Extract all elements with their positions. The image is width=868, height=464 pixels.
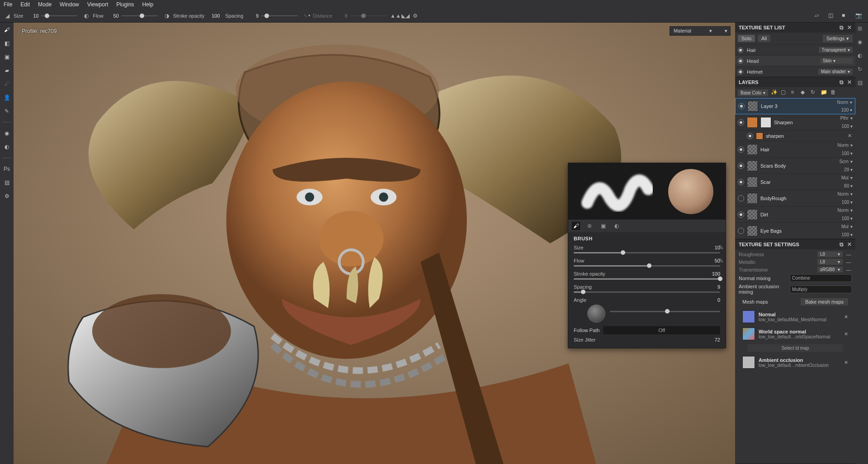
solo-button[interactable]: Solo xyxy=(738,35,755,42)
texture-set-row[interactable]: Head Skin▾ xyxy=(735,55,855,66)
bake-mesh-maps-button[interactable]: Bake mesh maps xyxy=(801,298,848,305)
layer-thumbnail[interactable] xyxy=(760,117,771,128)
brush-spacing-value[interactable]: 9 xyxy=(717,284,720,290)
flow-value[interactable]: 50 xyxy=(106,13,119,19)
brush-angle-dial[interactable] xyxy=(587,305,605,323)
menu-help[interactable]: Help xyxy=(142,1,154,8)
layer-thumbnail[interactable] xyxy=(747,225,758,236)
chevron-down-icon[interactable]: ▾ xyxy=(850,100,852,105)
shader-select[interactable]: Skin▾ xyxy=(820,58,853,64)
brush-size-slider[interactable] xyxy=(574,252,720,253)
remove-channel-icon[interactable]: — xyxy=(845,252,852,257)
texture-settings-dropdown[interactable]: Settings▾ xyxy=(823,35,853,42)
chevron-down-icon[interactable]: ▾ xyxy=(850,224,853,229)
symmetry-y-icon[interactable]: ◣◢ xyxy=(402,12,409,19)
chevron-down-icon[interactable]: ▾ xyxy=(850,143,853,148)
perspective-icon[interactable]: ▱ xyxy=(815,12,824,19)
pressure-icon[interactable]: ✎ xyxy=(718,244,724,251)
remove-icon[interactable]: ✕ xyxy=(844,360,848,366)
tab-viewer-icon[interactable]: ◉ xyxy=(858,39,866,47)
clone-tool-icon[interactable]: 👤 xyxy=(2,93,11,102)
layer-row[interactable]: Dirt Norm▾ 100 ▾ xyxy=(735,206,855,223)
add-layer-icon[interactable]: ≡ xyxy=(791,89,798,96)
picker-tool-icon[interactable]: ✎ xyxy=(2,107,11,116)
panel-close-icon[interactable]: ✕ xyxy=(847,24,852,31)
chevron-down-icon[interactable]: ▾ xyxy=(850,200,853,205)
brush-tab-stencil-icon[interactable]: ▣ xyxy=(599,222,607,230)
folder-icon[interactable]: 📁 xyxy=(821,89,828,96)
layer-visibility-icon[interactable] xyxy=(738,103,745,109)
visibility-toggle[interactable] xyxy=(738,58,743,64)
menu-file[interactable]: File xyxy=(4,1,12,8)
effect-name[interactable]: sharpen xyxy=(766,133,853,139)
layer-opacity[interactable]: 100 xyxy=(841,108,849,112)
select-id-map-button[interactable]: Select id map xyxy=(748,344,843,352)
menu-viewport[interactable]: Viewport xyxy=(87,1,108,8)
eraser-tool-icon[interactable]: ◧ xyxy=(2,39,11,48)
blend-mode[interactable]: Norm xyxy=(837,100,848,105)
brush-angle-value[interactable]: 0 xyxy=(717,297,720,303)
blend-mode[interactable]: Norm xyxy=(838,208,849,213)
layer-opacity[interactable]: 100 xyxy=(842,232,849,237)
camera-icon[interactable]: ■ xyxy=(842,12,851,19)
tab-history-icon[interactable]: ↻ xyxy=(858,66,866,74)
channel-format-select[interactable]: L8▾ xyxy=(817,259,843,265)
layer-visibility-icon[interactable] xyxy=(738,146,744,153)
close-icon[interactable]: ✕ xyxy=(848,133,852,139)
layer-thumbnail[interactable] xyxy=(747,144,758,155)
cube-icon[interactable]: ◫ xyxy=(828,12,837,19)
channel-format-select[interactable]: L8▾ xyxy=(817,251,843,257)
chevron-down-icon[interactable]: ▾ xyxy=(850,108,852,112)
tab-shelf-icon[interactable]: ⊞ xyxy=(858,25,866,33)
layer-visibility-icon[interactable] xyxy=(738,228,744,234)
layer-row[interactable]: Scars Body Scrn▾ 28 ▾ xyxy=(735,158,855,174)
tab-display-icon[interactable]: ◐ xyxy=(858,52,866,61)
add-smart-icon[interactable]: ↻ xyxy=(811,89,818,96)
brush-tab-material-icon[interactable]: ◐ xyxy=(613,222,621,230)
size-slider[interactable] xyxy=(41,15,77,16)
brush-tab-alpha-icon[interactable]: ⊚ xyxy=(585,222,594,230)
layer-opacity[interactable]: 80 xyxy=(844,183,849,188)
layer-name[interactable]: Eye Bags xyxy=(760,228,853,234)
panel-close-icon[interactable]: ✕ xyxy=(847,241,852,248)
layer-row[interactable]: Sharpen Pthr▾ 100 ▾ xyxy=(735,114,855,131)
chevron-down-icon[interactable]: ▾ xyxy=(850,159,853,164)
layer-visibility-icon[interactable] xyxy=(738,119,744,126)
fill-tool-icon[interactable]: ▰ xyxy=(2,66,11,75)
layer-row[interactable]: Hair Norm▾ 100 ▾ xyxy=(735,141,855,158)
blend-mode[interactable]: Pthr xyxy=(840,116,849,121)
remove-icon[interactable]: ✕ xyxy=(844,331,848,337)
mixing-value[interactable] xyxy=(790,274,852,282)
pressure-icon[interactable]: ✎ xyxy=(718,257,724,264)
channel-select[interactable]: Base Colo▾ xyxy=(738,89,768,96)
menu-window[interactable]: Window xyxy=(60,1,79,8)
panel-undock-icon[interactable]: ⧉ xyxy=(840,79,844,85)
mesh-map-row[interactable]: Ambient occlusion low_low_default…mbient… xyxy=(739,355,852,370)
remove-channel-icon[interactable]: — xyxy=(845,267,852,272)
shader-select[interactable]: Transaprent▾ xyxy=(819,47,853,53)
layer-thumbnail[interactable] xyxy=(747,117,758,128)
brush-tab-brush-icon[interactable]: 🖌 xyxy=(572,222,580,230)
blend-mode[interactable]: Norm xyxy=(838,192,849,197)
follow-path-toggle[interactable]: Off xyxy=(603,326,720,334)
spacing-slider[interactable] xyxy=(261,15,297,16)
smudge-tool-icon[interactable]: ☄ xyxy=(2,80,11,89)
mask-icon[interactable]: ◐ xyxy=(2,142,11,151)
remove-icon[interactable]: ✕ xyxy=(844,314,848,320)
effect-icon[interactable]: ✨ xyxy=(771,89,778,96)
brush-spacing-slider[interactable] xyxy=(574,291,720,293)
projection-tool-icon[interactable]: ▣ xyxy=(2,52,11,61)
blend-mode[interactable]: Mul xyxy=(841,224,849,229)
layer-thumbnail[interactable] xyxy=(747,177,758,187)
layer-visibility-icon[interactable] xyxy=(738,163,744,169)
chevron-down-icon[interactable]: ▾ xyxy=(850,175,853,180)
brush-angle-slider[interactable] xyxy=(610,311,720,312)
all-button[interactable]: All xyxy=(758,35,770,42)
resource-icon[interactable]: ▤ xyxy=(2,178,11,187)
channel-format-select[interactable]: sRGB8▾ xyxy=(817,267,843,272)
texture-set-row[interactable]: Helmet Main shader▾ xyxy=(735,66,855,77)
paint-tool-icon[interactable]: 🖌 xyxy=(2,25,11,34)
material-icon[interactable]: ◉ xyxy=(2,129,11,138)
mesh-map-row[interactable]: World space normal low_low_default…orldS… xyxy=(739,326,852,342)
layer-effect-row[interactable]: sharpen ✕ xyxy=(735,131,855,141)
